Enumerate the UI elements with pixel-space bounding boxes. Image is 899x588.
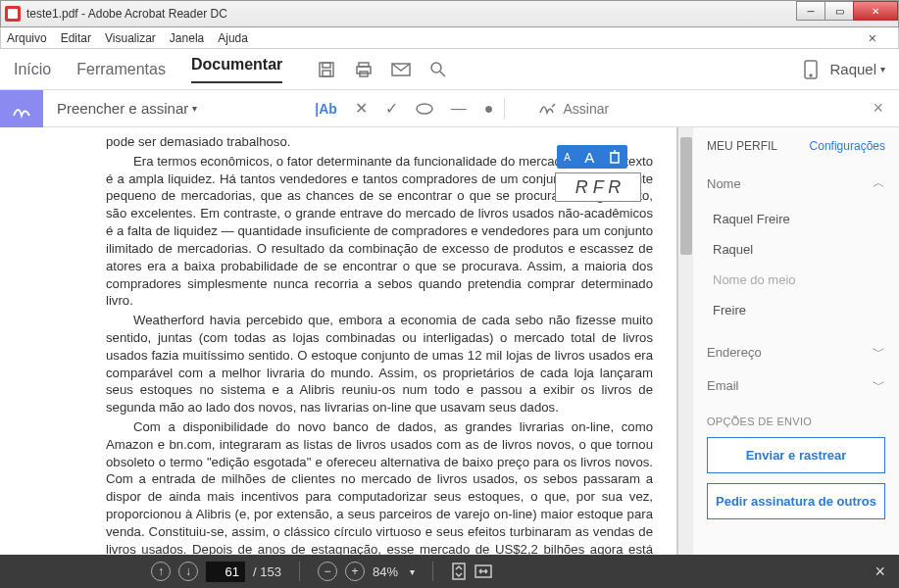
scrollbar-thumb[interactable] bbox=[680, 137, 692, 255]
delete-icon[interactable] bbox=[609, 150, 621, 164]
chevron-down-icon: ▾ bbox=[192, 103, 197, 114]
doc-text: Weatherford havia percebido que, embora … bbox=[106, 312, 653, 416]
main-toolbar: Início Ferramentas Documentar Raquel ▾ bbox=[0, 49, 899, 90]
svg-rect-13 bbox=[611, 153, 619, 163]
save-icon[interactable] bbox=[316, 59, 337, 80]
window-titlebar: teste1.pdf - Adobe Acrobat Reader DC ─ ▭… bbox=[0, 0, 899, 27]
send-options-header: OPÇÕES DE ENVIO bbox=[707, 416, 885, 427]
page-number-input[interactable] bbox=[206, 562, 245, 582]
menu-edit[interactable]: Editar bbox=[61, 31, 91, 45]
menu-window[interactable]: Janela bbox=[170, 31, 204, 45]
chevron-down-icon: ▾ bbox=[410, 566, 415, 577]
svg-point-11 bbox=[810, 74, 812, 76]
page-toolbar: ↑ ↓ / 153 − + 84% ▾ × bbox=[0, 555, 899, 588]
svg-rect-4 bbox=[323, 71, 330, 76]
chevron-down-icon: ﹀ bbox=[873, 376, 885, 394]
mail-icon[interactable] bbox=[390, 59, 412, 80]
zoom-in-icon[interactable]: + bbox=[345, 562, 365, 581]
tab-tools[interactable]: Ferramentas bbox=[76, 61, 166, 78]
doc-text: Com a disponibilidade do novo banco de d… bbox=[106, 418, 653, 555]
text-size-large-icon[interactable]: A bbox=[584, 149, 594, 166]
print-icon[interactable] bbox=[353, 59, 375, 80]
chevron-down-icon: ﹀ bbox=[873, 343, 885, 361]
text-size-small-icon[interactable]: A bbox=[564, 152, 571, 163]
page-down-icon[interactable]: ↓ bbox=[178, 562, 198, 581]
svg-rect-2 bbox=[320, 63, 333, 76]
app-icon bbox=[5, 6, 21, 22]
x-mark-tool[interactable]: ✕ bbox=[355, 99, 368, 118]
svg-rect-1 bbox=[8, 9, 18, 19]
chevron-down-icon: ▾ bbox=[880, 64, 885, 74]
vertical-scrollbar[interactable] bbox=[677, 127, 693, 555]
profile-header: MEU PERFIL bbox=[707, 139, 777, 153]
minimize-button[interactable]: ─ bbox=[796, 1, 825, 21]
user-name: Raquel bbox=[829, 61, 876, 77]
line-tool[interactable]: — bbox=[451, 100, 467, 118]
address-label: Endereço bbox=[707, 345, 762, 360]
tab-document[interactable]: Documentar bbox=[191, 56, 282, 83]
chevron-up-icon: ︿ bbox=[873, 174, 885, 192]
zoom-level[interactable]: 84% bbox=[373, 564, 398, 579]
page-total: / 153 bbox=[253, 564, 281, 579]
sign-button[interactable]: Assinar bbox=[538, 101, 610, 117]
page-up-icon[interactable]: ↑ bbox=[151, 562, 171, 581]
circle-tool[interactable] bbox=[416, 103, 433, 115]
check-tool[interactable]: ✓ bbox=[385, 99, 398, 118]
tab-home[interactable]: Início bbox=[14, 61, 51, 78]
document-viewport[interactable]: pode ser demasiado trabalhoso. Era termo… bbox=[0, 127, 677, 555]
name-middle-placeholder[interactable]: Nome do meio bbox=[707, 265, 885, 295]
search-icon[interactable] bbox=[427, 59, 449, 80]
svg-rect-6 bbox=[357, 67, 371, 74]
email-label: Email bbox=[707, 378, 739, 393]
maximize-button[interactable]: ▭ bbox=[824, 1, 854, 21]
mobile-icon[interactable] bbox=[800, 59, 822, 80]
text-tool[interactable]: |Ab bbox=[315, 101, 337, 117]
dot-tool[interactable]: ● bbox=[484, 100, 494, 118]
email-section-toggle[interactable]: Email ﹀ bbox=[707, 368, 885, 402]
zoom-out-icon[interactable]: − bbox=[318, 562, 337, 581]
svg-point-9 bbox=[431, 63, 441, 73]
signature-annotation[interactable]: R F R bbox=[555, 172, 641, 202]
fill-sign-toolbar: Preencher e assinar ▾ |Ab ✕ ✓ — ● Assina… bbox=[0, 90, 899, 127]
svg-point-12 bbox=[417, 104, 432, 114]
settings-link[interactable]: Configurações bbox=[810, 139, 885, 153]
svg-rect-3 bbox=[323, 63, 330, 68]
menu-view[interactable]: Visualizar bbox=[105, 31, 156, 45]
fill-sign-icon[interactable] bbox=[0, 90, 43, 127]
window-close-button[interactable]: ✕ bbox=[853, 1, 898, 21]
fit-page-icon[interactable] bbox=[451, 563, 467, 580]
menu-file[interactable]: Arquivo bbox=[7, 31, 47, 45]
fit-width-icon[interactable] bbox=[474, 564, 492, 579]
name-first[interactable]: Raquel bbox=[707, 234, 885, 265]
right-panel: MEU PERFIL Configurações Nome ︿ Raquel F… bbox=[693, 127, 899, 555]
name-full[interactable]: Raquel Freire bbox=[707, 204, 885, 234]
send-track-button[interactable]: Enviar e rastrear bbox=[707, 437, 885, 473]
address-section-toggle[interactable]: Endereço ﹀ bbox=[707, 335, 885, 368]
close-toolbar-icon[interactable]: × bbox=[873, 98, 883, 119]
user-menu[interactable]: Raquel ▾ bbox=[829, 61, 885, 77]
menu-bar: Arquivo Editar Visualizar Janela Ajuda × bbox=[0, 27, 899, 49]
annotation-toolbar[interactable]: A A bbox=[557, 145, 627, 169]
name-label: Nome bbox=[707, 176, 741, 191]
request-signature-button[interactable]: Pedir assinatura de outros bbox=[707, 483, 885, 519]
pagebar-close-icon[interactable]: × bbox=[874, 562, 885, 582]
signature-text: R F R bbox=[575, 177, 622, 198]
menu-help[interactable]: Ajuda bbox=[218, 31, 248, 45]
name-last[interactable]: Freire bbox=[707, 295, 885, 325]
fill-sign-dropdown[interactable]: Preencher e assinar ▾ bbox=[57, 100, 197, 117]
menubar-close-icon[interactable]: × bbox=[869, 30, 876, 46]
name-section-toggle[interactable]: Nome ︿ bbox=[707, 167, 885, 200]
window-title: teste1.pdf - Adobe Acrobat Reader DC bbox=[26, 7, 227, 21]
